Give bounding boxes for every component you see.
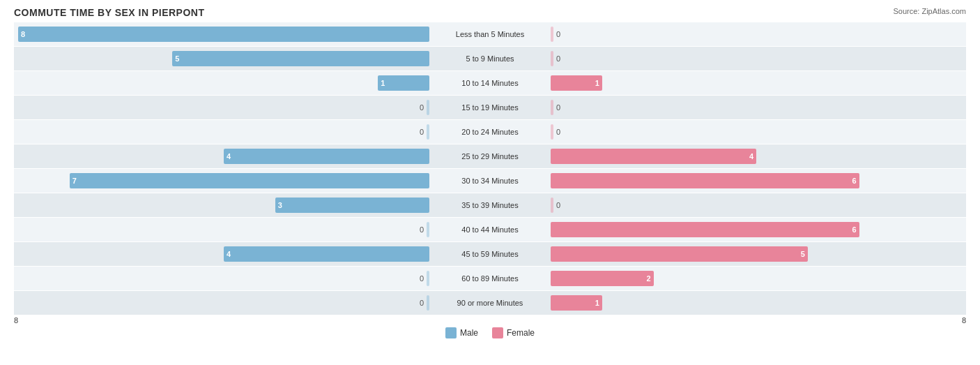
female-value: 4 (747, 152, 756, 161)
left-section: 3 (14, 193, 432, 217)
female-value: 6 (849, 177, 859, 185)
female-value-zero: 0 (556, 103, 560, 112)
bar-row: 110 to 14 Minutes1 (14, 71, 966, 95)
male-bar: 5 (172, 51, 429, 66)
left-section: 5 (14, 47, 432, 70)
female-bar-zero (551, 100, 553, 115)
right-section: 1 (548, 291, 966, 315)
right-section: 0 (548, 193, 966, 217)
left-section: 0 (14, 120, 432, 144)
male-value: 7 (70, 177, 79, 185)
male-value: 4 (224, 152, 233, 161)
female-bar: 2 (551, 271, 654, 286)
row-label: 30 to 34 Minutes (432, 177, 548, 185)
male-value: 5 (172, 54, 182, 63)
right-section: 0 (548, 96, 966, 119)
row-label: 10 to 14 Minutes (432, 79, 548, 87)
male-value-zero: 0 (420, 274, 424, 283)
bar-row: 445 to 59 Minutes5 (14, 242, 966, 266)
male-value-zero: 0 (420, 299, 424, 307)
male-bar-zero (427, 124, 429, 140)
female-bar: 1 (551, 75, 602, 91)
left-section: 0 (14, 218, 432, 241)
bar-row: 060 to 89 Minutes2 (14, 267, 966, 290)
legend-male-label: Male (460, 328, 478, 338)
female-value: 6 (849, 225, 859, 234)
row-label: 40 to 44 Minutes (432, 225, 548, 234)
legend-male-box (445, 327, 457, 338)
source-label: Source: ZipAtlas.com (893, 7, 966, 15)
male-bar: 4 (224, 246, 429, 262)
right-section: 4 (548, 144, 966, 168)
male-bar-zero (427, 271, 429, 286)
female-value-zero: 0 (556, 30, 560, 38)
female-value-zero: 0 (556, 201, 560, 209)
left-section: 0 (14, 267, 432, 290)
male-bar: 7 (70, 173, 429, 188)
row-label: 60 to 89 Minutes (432, 274, 548, 283)
female-bar-zero (551, 27, 553, 42)
legend-female: Female (492, 327, 535, 338)
bar-row: 55 to 9 Minutes0 (14, 47, 966, 70)
legend-area: Male Female (14, 327, 966, 338)
bar-row: 020 to 24 Minutes0 (14, 120, 966, 144)
bar-row: 090 or more Minutes1 (14, 291, 966, 315)
left-section: 0 (14, 291, 432, 315)
right-section: 2 (548, 267, 966, 290)
row-label: 90 or more Minutes (432, 299, 548, 307)
female-value: 2 (643, 274, 653, 283)
right-section: 6 (548, 169, 966, 193)
male-value: 3 (275, 201, 285, 209)
female-bar-zero (551, 198, 553, 213)
female-value-zero: 0 (556, 128, 560, 136)
right-section: 0 (548, 120, 966, 144)
rows-area: 8Less than 5 Minutes055 to 9 Minutes0110… (14, 22, 966, 315)
right-section: 5 (548, 242, 966, 266)
male-bar-zero (427, 100, 429, 115)
row-label: 45 to 59 Minutes (432, 250, 548, 258)
male-value: 1 (378, 79, 388, 87)
left-section: 4 (14, 144, 432, 168)
male-bar: 8 (18, 27, 429, 42)
row-label: 25 to 29 Minutes (432, 152, 548, 161)
axis-labels: 8 8 (14, 316, 966, 325)
left-section: 0 (14, 96, 432, 119)
right-section: 0 (548, 22, 966, 46)
bar-row: 425 to 29 Minutes4 (14, 144, 966, 168)
row-label: 5 to 9 Minutes (432, 54, 548, 63)
male-bar: 3 (275, 198, 429, 213)
legend-female-box (492, 327, 503, 338)
bar-row: 015 to 19 Minutes0 (14, 96, 966, 119)
male-value-zero: 0 (420, 225, 424, 234)
male-value-zero: 0 (420, 103, 424, 112)
left-section: 1 (14, 71, 432, 95)
right-section: 1 (548, 71, 966, 95)
male-bar-zero (427, 295, 429, 311)
male-bar: 1 (378, 75, 429, 91)
left-section: 4 (14, 242, 432, 266)
row-label: 20 to 24 Minutes (432, 128, 548, 136)
row-label: Less than 5 Minutes (432, 30, 548, 38)
axis-left: 8 (14, 316, 434, 325)
row-label: 35 to 39 Minutes (432, 201, 548, 209)
female-bar: 1 (551, 295, 602, 311)
female-bar: 5 (551, 246, 808, 262)
male-value: 8 (18, 30, 28, 38)
female-bar: 6 (551, 222, 859, 237)
female-value: 1 (592, 79, 602, 87)
female-value-zero: 0 (556, 54, 560, 63)
left-section: 8 (14, 22, 432, 46)
chart-title: COMMUTE TIME BY SEX IN PIERPONT (14, 7, 966, 18)
female-bar: 6 (551, 173, 859, 188)
right-section: 6 (548, 218, 966, 241)
bar-row: 8Less than 5 Minutes0 (14, 22, 966, 46)
legend-female-label: Female (507, 328, 535, 338)
left-section: 7 (14, 169, 432, 193)
legend-male: Male (445, 327, 478, 338)
female-bar-zero (551, 51, 553, 66)
male-value: 4 (224, 250, 233, 258)
chart-container: COMMUTE TIME BY SEX IN PIERPONT Source: … (0, 0, 980, 365)
male-bar-zero (427, 222, 429, 237)
female-value: 5 (798, 250, 808, 258)
bar-row: 730 to 34 Minutes6 (14, 169, 966, 193)
